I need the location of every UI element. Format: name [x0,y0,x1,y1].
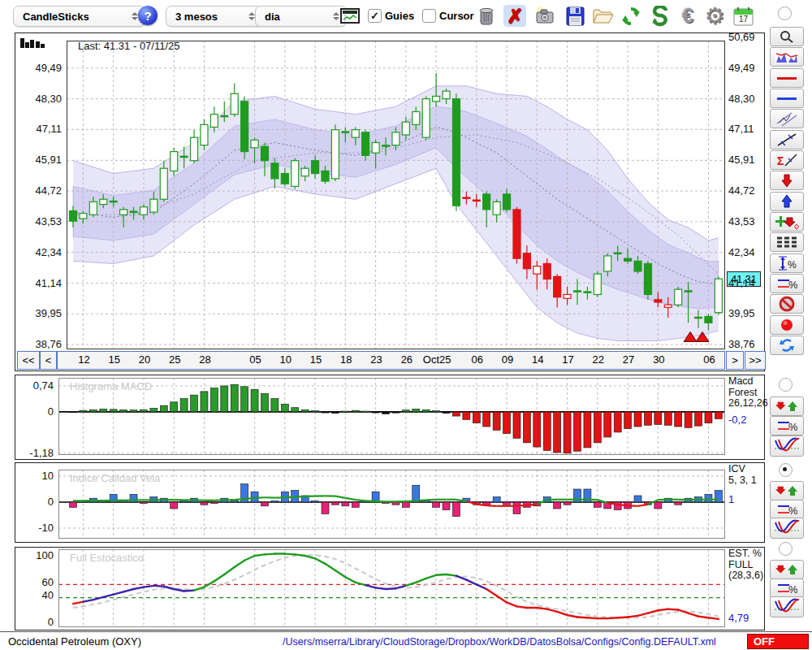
chevron-updown-icon [248,12,255,20]
open-folder-icon[interactable] [591,5,614,27]
chart-type-select[interactable]: CandleSticks [13,6,145,27]
date-tick-label: 15 [98,353,131,366]
levels-tool-button[interactable] [770,232,804,252]
stoch-curves-icon [774,519,800,537]
guies-checkbox-label: Guies [385,10,414,22]
date-tick-label: 26 [391,353,423,366]
mini-chart-icon[interactable] [339,5,361,27]
axis-tick-label: 47,11 [12,123,62,135]
add-signal-tool-button[interactable] [770,212,804,232]
icv-curves-button[interactable] [770,518,804,539]
trash-icon[interactable] [475,5,498,27]
trendline-icon [776,132,797,148]
histogram-mini-icon[interactable] [19,35,47,51]
reload-tool-button[interactable] [770,336,804,355]
off-status-badge[interactable]: OFF [747,634,809,649]
lines-percent-icon: % [776,276,797,291]
macd-current-value: -0,2 [728,414,746,426]
volume-chart-tool-button[interactable] [770,47,804,67]
nav-prev-button[interactable]: < [40,351,57,370]
svg-text:%: % [788,583,797,596]
disable-tool-button[interactable] [770,294,804,314]
stochastic-right-label: EST. %FULL(28,3,6) [728,548,763,582]
cursor-checkbox[interactable] [422,9,436,23]
axis-tick-label: 47,11 [728,123,765,135]
macd-curves-button[interactable] [770,436,804,457]
measure-vertical-percent-tool-button[interactable]: % [770,254,804,273]
date-axis-strip[interactable]: 1215202528051015182326Oct250609141722273… [57,351,725,370]
stoch-curves-icon [774,598,800,616]
axis-tick-label: 39,95 [728,307,765,319]
nav-first-button[interactable]: << [17,351,40,370]
nav-next-button[interactable]: > [726,351,744,370]
svg-text:%: % [788,279,797,291]
macd-lines-percent-button[interactable]: % [770,416,804,436]
toolbar: CandleSticks ? 3 mesos dia ✓ Guies Curso… [0,0,812,31]
stochastic-title: Full Estocastico [70,552,144,564]
camera-icon[interactable] [533,5,556,27]
icv-right-label: ICV5, 3, 1 [728,464,757,486]
axis-tick-label: 43,53 [728,215,765,228]
record-tool-button[interactable] [770,315,804,335]
delete-x-icon[interactable]: ✗ [503,5,526,27]
date-tick-label: 05 [240,353,272,366]
plus-arrow-diamond-icon [775,214,799,229]
macd-arrows-button[interactable] [770,396,804,416]
help-icon[interactable]: ? [138,6,158,25]
red-line-tool-button[interactable] [770,68,804,88]
date-tick-label: 15 [300,353,332,366]
guies-checkbox[interactable]: ✓ [368,9,382,23]
settings-gear-icon[interactable]: ⚙ [703,5,726,27]
down-up-arrows-icon [775,484,798,497]
trendline-tool-button[interactable] [770,130,804,150]
channel-tool-button[interactable] [770,109,804,128]
price-chart-panel: Last: 41.31 - 07/11/25 41,31 << < 121520… [0,32,770,371]
date-tick-label: 20 [128,353,161,366]
date-tick-label: 17 [552,353,585,366]
volume-chart-icon [775,50,799,64]
period-select[interactable]: 3 mesos [166,6,262,27]
axis-tick-label: 0 [12,405,54,418]
stochastic-arrows-button[interactable] [770,560,804,579]
zoom-tool-button[interactable] [770,27,804,46]
stochastic-curves-button[interactable] [770,596,804,618]
recycle-refresh-icon[interactable] [620,5,642,27]
sync-icon[interactable] [649,5,672,27]
icv-select-radio[interactable] [779,463,793,477]
arrow-down-tool-button[interactable] [770,171,804,190]
arrow-up-tool-button[interactable] [770,192,804,211]
axis-tick-label: 0 [12,496,54,508]
blue-line-icon [777,98,797,100]
date-tick-label: 27 [612,353,645,366]
red-line-icon [777,77,797,80]
lines-percent-icon: % [776,418,797,433]
date-tick-label: 06 [461,353,494,366]
sum-trendline-tool-button[interactable]: Σ [770,150,804,170]
date-tick-label: 09 [491,353,524,366]
dashed-levels-icon [776,236,797,249]
euro-icon[interactable]: € [676,5,699,27]
interval-select[interactable]: dia [255,6,347,27]
config-path-label[interactable]: /Users/mserra/Library/CloudStorage/Dropb… [235,636,763,648]
axis-tick-label: 43,53 [12,215,62,228]
toolbar-radio-button[interactable] [778,6,792,20]
calendar-icon[interactable]: 17 [732,5,754,27]
stochastic-select-radio[interactable] [779,542,793,556]
stochastic-lines-percent-button[interactable]: % [770,578,804,598]
macd-title: Histgrama MACD [70,380,152,392]
nav-last-button[interactable]: >> [745,351,766,370]
icv-lines-percent-button[interactable]: % [770,500,804,519]
search-icon [779,29,795,44]
measure-lines-percent-tool-button[interactable]: % [770,274,804,293]
save-floppy-icon[interactable] [564,5,586,27]
macd-select-radio[interactable] [779,378,793,392]
icv-arrows-button[interactable] [770,481,804,500]
date-tick-label: 06 [693,353,725,366]
price-plot-border [67,41,725,349]
prohibition-icon [779,296,795,312]
chart-type-select-value: CandleSticks [23,11,89,23]
blue-line-tool-button[interactable] [770,89,804,108]
axis-tick-label: 0 [12,616,54,628]
axis-tick-label: 42,34 [12,246,62,258]
axis-tick-label: 100 [12,549,54,561]
